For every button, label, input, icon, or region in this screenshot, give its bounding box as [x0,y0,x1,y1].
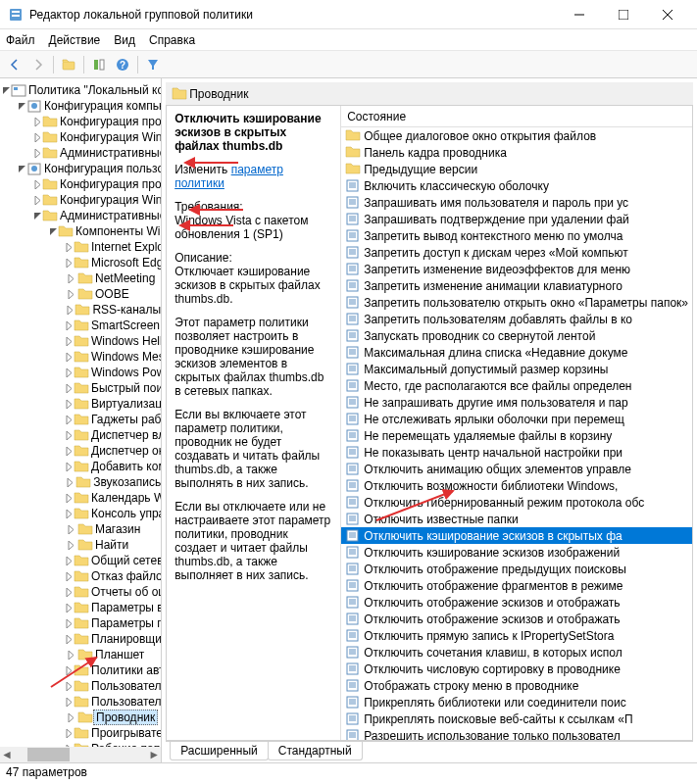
list-item[interactable]: Максимальная длина списка «Недавние доку… [341,344,692,361]
list-item[interactable]: Отключить прямую запись к IPropertySetSt… [341,627,692,644]
tree-node[interactable]: Планшет [2,647,161,662]
tree-node[interactable]: Календарь Windows [2,490,161,506]
list-item[interactable]: Отключить отображение предыдущих поисков… [341,561,692,577]
tree-node[interactable]: Гаджеты рабочего стола [2,412,161,427]
tree-node[interactable]: Административные шаблоны [2,208,161,223]
list-item[interactable]: Панель кадра проводника [341,144,692,161]
tree-node[interactable]: Диспетчер вложений [2,427,161,443]
list-item[interactable]: Отключить сочетания клавиш, в которых ис… [341,644,692,661]
list-column-header[interactable]: Состояние [341,106,692,127]
tree-node[interactable]: Конфигурация пользователя [2,161,161,176]
tree-node[interactable]: Windows Messenger [2,349,161,365]
tree-node[interactable]: Windows PowerShell [2,365,161,380]
tree-node[interactable]: Виртуализация средств взаи [2,396,161,412]
folder-icon [172,86,187,102]
tree-node[interactable]: NetMeeting [2,270,161,286]
list-item[interactable]: Запускать проводник со свернутой лентой [341,327,692,344]
list-item[interactable]: Отключить известные папки [341,511,692,527]
tree-node[interactable]: Пользовательский интерфе [2,694,161,710]
edit-label: Изменить [174,163,227,176]
tree-node[interactable]: Пользовательский интерфе [2,678,161,694]
tree-node[interactable]: Быстрый поиск [2,380,161,396]
list-item[interactable]: Запретить изменение видеоэффектов для ме… [341,261,692,277]
tree-node[interactable]: Проигрыватель Windows M [2,725,161,741]
list-item[interactable]: Отключить отображение эскизов и отобража… [341,594,692,611]
tree-node[interactable]: Административные шаблоны [2,145,161,161]
list-item[interactable]: Прикреплять поисковые веб-сайты к ссылка… [341,710,692,727]
menu-file[interactable]: Файл [6,33,35,47]
list-item[interactable]: Прикреплять библиотеки или соединители п… [341,694,692,710]
filter-button[interactable] [142,54,164,75]
menu-view[interactable]: Вид [114,33,135,47]
tree-node[interactable]: OOBE [2,286,161,302]
menu-help[interactable]: Справка [149,33,195,47]
tree-node[interactable]: Параметры входа Windows [2,600,161,615]
tab-standard[interactable]: Стандартный [268,742,363,760]
list-item[interactable]: Максимальный допустимый размер корзины [341,361,692,377]
tree-node[interactable]: Конфигурация Windows [2,192,161,208]
tree-node[interactable]: Отчеты об ошибках Window [2,584,161,600]
list-item[interactable]: Запрашивать подтверждение при удалении ф… [341,211,692,227]
tree-node[interactable]: Планировщик заданий [2,631,161,647]
minimize-button[interactable] [557,0,601,29]
list-item[interactable]: Отключить отображение эскизов и отобража… [341,611,692,627]
tree-node[interactable]: Добавить компоненты в Wi [2,459,161,474]
list-item[interactable]: Не отслеживать ярлыки оболочки при перем… [341,411,692,427]
back-button[interactable] [4,54,25,75]
list-item[interactable]: Не перемещать удаляемые файлы в корзину [341,427,692,444]
list-item[interactable]: Запретить изменение анимации клавиатурно… [341,277,692,294]
tree-node[interactable]: Конфигурация программ [2,176,161,192]
list-item[interactable]: Не запрашивать другие имя пользователя и… [341,394,692,411]
list-item[interactable]: Предыдущие версии [341,161,692,177]
list-item[interactable]: Отключить кэширование эскизов в скрытых … [341,527,692,544]
forward-button[interactable] [27,54,49,75]
close-button[interactable] [645,0,689,29]
tree-node[interactable]: Найти [2,537,161,553]
svg-point-17 [31,166,37,172]
list-item[interactable]: Отключить возможности библиотеки Windows… [341,477,692,494]
list-item[interactable]: Запретить пользователю открыть окно «Пар… [341,294,692,311]
list-item[interactable]: Место, где располагаются все файлы опред… [341,377,692,394]
up-button[interactable] [58,54,79,75]
tree-node[interactable]: Конфигурация программ [2,114,161,129]
tree-node[interactable]: Проводник [2,710,161,725]
help-button[interactable]: ? [112,54,133,75]
list-item[interactable]: Отключить числовую сортировку в проводни… [341,661,692,677]
maximize-button[interactable] [601,0,645,29]
list-item[interactable]: Разрешить использование только пользоват… [341,727,692,740]
list-item[interactable]: Отключить кэширование эскизов изображени… [341,544,692,561]
tree-node[interactable]: Политики автозапуска [2,662,161,678]
tree-node[interactable]: Магазин [2,521,161,537]
list-item[interactable]: Отключить гибернированный режим протокол… [341,494,692,511]
tree-node[interactable]: Политика "Локальный компьютер" [2,82,161,98]
menu-action[interactable]: Действие [49,33,101,47]
list-item[interactable]: Общее диалоговое окно открытия файлов [341,127,692,144]
tree-node[interactable]: Конфигурация Windows [2,129,161,145]
list-item[interactable]: Включить классическую оболочку [341,177,692,194]
list-item[interactable]: Отключить отображение фрагментов в режим… [341,577,692,594]
tree-node[interactable]: RSS-каналы [2,302,161,318]
tree-node[interactable]: Отказ файлов [2,568,161,584]
tree-node[interactable]: Windows Hello для бизнеса [2,333,161,349]
tree-node[interactable]: Конфигурация компьютера [2,98,161,114]
tree-node[interactable]: Microsoft Edge [2,255,161,270]
tree-node[interactable]: Компоненты Windows [2,223,161,239]
list-item[interactable]: Отключить анимацию общих элементов управ… [341,461,692,477]
list-item[interactable]: Запретить вывод контекстного меню по умо… [341,227,692,244]
tree-node[interactable]: SmartScreen Защитника Win [2,318,161,333]
list-item[interactable]: Запретить пользователям добавлять файлы … [341,311,692,327]
show-hide-tree-button[interactable] [88,54,110,75]
tree-hscrollbar[interactable]: ◄► [0,747,161,762]
list-item[interactable]: Отображать строку меню в проводнике [341,677,692,694]
tab-extended[interactable]: Расширенный [170,742,269,760]
list-item[interactable]: Не показывать центр начальной настройки … [341,444,692,461]
tree-node[interactable]: Параметры презентации [2,615,161,631]
list-item[interactable]: Запрашивать имя пользователя и пароль пр… [341,194,692,211]
tree-node[interactable]: Internet Explorer [2,239,161,255]
tree-node[interactable]: Звукозапись [2,474,161,490]
tree-node[interactable]: Консоль управления (MMC) [2,506,161,521]
tree-node[interactable]: Общий сетевой доступ [2,553,161,568]
list-item[interactable]: Запретить доступ к дискам через «Мой ком… [341,244,692,261]
breadcrumb: Проводник [166,82,693,106]
tree-node[interactable]: Диспетчер окон рабочего с [2,443,161,459]
